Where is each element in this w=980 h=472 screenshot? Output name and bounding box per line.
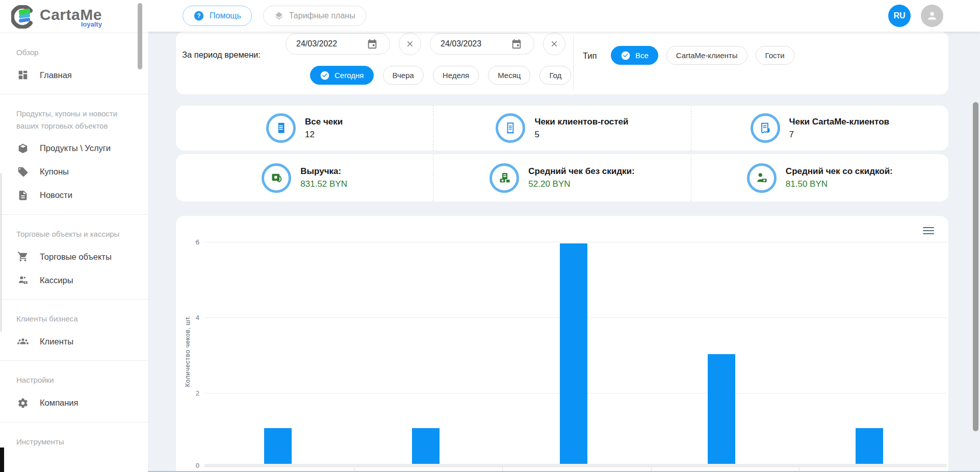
stat-avg-receipt-no-discount: Средний чек без скидки: 52.20 BYN — [433, 154, 690, 202]
sidebar-item-news[interactable]: Новости — [0, 184, 148, 207]
period-yesterday-button[interactable]: Вчера — [383, 66, 424, 85]
sidebar-item-label: Новости — [40, 190, 72, 200]
stat-label: Средний чек со скидкой: — [786, 166, 893, 177]
receipt-stats-card: Все чеки 12 Чеки клиентов-гостей 5 Чек — [176, 106, 948, 151]
check-circle-icon — [320, 70, 330, 81]
window-corner-edge — [0, 448, 4, 472]
quick-period-buttons: Сегодня Вчера Неделя Месяц Год — [310, 66, 571, 85]
tariff-plans-button[interactable]: Тарифные планы — [263, 6, 366, 26]
type-label: Тип — [583, 51, 597, 61]
topbar: ? Помощь Тарифные планы RU — [148, 0, 980, 32]
period-month-button[interactable]: Месяц — [488, 66, 530, 85]
help-button[interactable]: ? Помощь — [183, 6, 252, 26]
sidebar-section-label-settings: Настройки — [0, 361, 148, 391]
clear-date-to-button[interactable] — [543, 33, 565, 55]
period-today-button[interactable]: Сегодня — [310, 66, 374, 85]
close-icon — [405, 39, 415, 48]
bar — [560, 243, 587, 465]
filter-panel: За период времени: Сегодня Вчера — [176, 32, 948, 94]
sidebar-item-label: Главная — [40, 70, 72, 80]
main-content: За период времени: Сегодня Вчера — [148, 32, 980, 472]
sidebar-item-products[interactable]: Продукты \ Услуги — [0, 137, 148, 160]
sidebar-item-coupons[interactable]: Купоны — [0, 160, 148, 184]
sidebar-item-label: Продукты \ Услуги — [40, 143, 111, 153]
cashier-icon — [17, 275, 29, 286]
period-label: За период времени: — [182, 50, 261, 60]
stat-value: 12 — [305, 130, 343, 140]
stat-guest-receipts: Чеки клиентов-гостей 5 — [433, 106, 690, 151]
receipt-check-icon — [751, 113, 780, 143]
gear-icon — [17, 398, 29, 409]
bar — [264, 428, 292, 465]
stat-label: Все чеки — [305, 117, 343, 127]
cartame-logo-icon — [11, 5, 35, 29]
stat-cartame-receipts: Чеки CartaMe-клиентов 7 — [691, 106, 948, 151]
stat-label: Средний чек без скидки: — [528, 166, 634, 177]
sidebar-section-label-products: Продукты, купоны и новости ваших торговы… — [0, 94, 148, 137]
person-money-icon — [747, 163, 777, 193]
sidebar-item-company[interactable]: Компания — [0, 391, 148, 415]
stat-all-receipts: Все чеки 12 — [176, 106, 433, 151]
page-scrollbar[interactable] — [973, 102, 978, 431]
sidebar-item-label: Кассиры — [40, 276, 73, 285]
sidebar-item-cashiers[interactable]: Кассиры — [0, 268, 148, 292]
sidebar-item-clients[interactable]: Клиенты — [0, 330, 148, 353]
date-from-input[interactable] — [296, 39, 363, 48]
chart-x-axis-scrollbar[interactable] — [204, 464, 947, 467]
sidebar-scrollbar[interactable] — [138, 3, 142, 69]
receipt-filled-icon — [266, 113, 296, 143]
stat-value: 52.20 BYN — [528, 179, 634, 189]
sidebar-item-label: Клиенты — [40, 337, 73, 346]
news-icon — [17, 190, 29, 201]
close-icon — [550, 39, 559, 48]
stat-value: 831.52 BYN — [300, 179, 347, 189]
stat-label: Выручка: — [300, 166, 347, 177]
sidebar-section-label-objects: Торговые объекты и кассиры — [0, 215, 148, 245]
help-label: Помощь — [210, 11, 241, 20]
bar — [856, 428, 883, 465]
type-buttons: Все CartaMe-клиенты Гости — [611, 46, 794, 65]
receipt-outline-icon — [496, 113, 525, 143]
window-left-edge — [1, 173, 2, 332]
cart-icon — [17, 251, 29, 262]
sidebar-item-trade-objects[interactable]: Торговые объекты — [0, 245, 148, 268]
bar — [708, 354, 735, 465]
stat-value: 81.50 BYN — [786, 179, 893, 189]
calendar-icon — [367, 38, 378, 49]
clients-icon — [17, 336, 29, 347]
bar-series — [176, 216, 948, 472]
stat-value: 7 — [789, 130, 889, 140]
app-window: CartaMe loyalty Обзор Главная Продукты, … — [0, 0, 980, 472]
sidebar-section-label-clients: Клиенты бизнеса — [0, 300, 148, 330]
type-guests-button[interactable]: Гости — [756, 46, 794, 65]
package-icon — [17, 143, 29, 154]
profile-button[interactable] — [921, 5, 943, 27]
calendar-icon — [511, 38, 522, 49]
sidebar: CartaMe loyalty Обзор Главная Продукты, … — [0, 0, 148, 472]
stat-value: 5 — [534, 130, 628, 140]
filter-divider — [573, 36, 574, 90]
clear-date-from-button[interactable] — [399, 33, 421, 55]
cash-register-icon — [489, 163, 519, 193]
period-year-button[interactable]: Год — [539, 66, 571, 85]
language-label: RU — [893, 11, 905, 20]
layers-icon — [274, 11, 284, 21]
bar — [412, 428, 440, 465]
svg-text:?: ? — [197, 12, 200, 19]
sidebar-section-label-tools: Инструменты — [0, 423, 148, 453]
sidebar-item-home[interactable]: Главная — [0, 63, 148, 87]
stat-avg-receipt-with-discount: Средний чек со скидкой: 81.50 BYN — [691, 154, 948, 202]
date-from-field[interactable] — [286, 33, 390, 55]
brand-logo[interactable]: CartaMe loyalty — [0, 0, 148, 33]
type-all-button[interactable]: Все — [611, 46, 658, 65]
sidebar-section-label-overview: Обзор — [0, 33, 148, 63]
language-switcher[interactable]: RU — [888, 5, 911, 27]
money-hand-icon — [262, 163, 291, 193]
receipts-chart-card: Количество чеков, шт. 6 4 2 0 — [176, 216, 948, 472]
type-cartame-button[interactable]: CartaMe-клиенты — [666, 46, 747, 65]
date-to-input[interactable] — [441, 39, 507, 48]
period-week-button[interactable]: Неделя — [433, 66, 479, 85]
date-to-field[interactable] — [430, 33, 534, 55]
question-icon: ? — [193, 10, 204, 21]
sidebar-item-label: Купоны — [40, 167, 69, 177]
